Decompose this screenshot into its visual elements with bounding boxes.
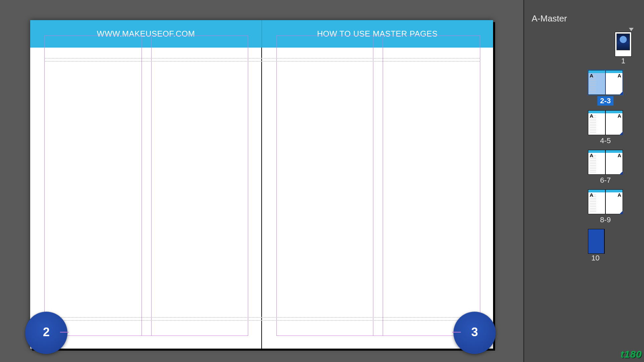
guide-tick	[452, 332, 461, 333]
baseline-guide-bottom-b	[44, 320, 480, 321]
baseline-guide-bottom-a	[44, 317, 480, 318]
page-corner-icon	[620, 92, 623, 95]
page-label-selected: 2-3	[597, 96, 613, 106]
pages-thumbnail-list[interactable]: 1 A A 2-3	[524, 32, 644, 362]
baseline-guide-top-a	[44, 58, 480, 59]
master-page-name[interactable]: A-Master	[532, 13, 567, 24]
spread-4-5[interactable]: A A	[588, 110, 623, 135]
page-corner-icon	[620, 171, 623, 175]
guide-tick	[60, 332, 69, 333]
section-marker-icon	[629, 28, 634, 31]
page-corner-icon	[620, 132, 623, 135]
spine-guide	[261, 48, 262, 349]
spread-8-9[interactable]: A A	[588, 189, 623, 214]
page-label: 8-9	[588, 216, 623, 224]
page-label: 4-5	[588, 136, 623, 145]
spread-6-7[interactable]: A A	[588, 150, 623, 175]
page-thumb-4-5[interactable]: A A 4-5	[575, 110, 644, 145]
page-corner-icon	[620, 211, 623, 214]
page-label: 1	[615, 57, 632, 65]
page-thumb-2-3[interactable]: A A 2-3	[575, 70, 644, 106]
left-page-number-badge: 2	[25, 312, 67, 354]
thumb-page-4[interactable]: A	[588, 110, 605, 135]
watermark-logo: t180	[621, 349, 642, 360]
right-page-number-badge: 3	[453, 312, 496, 354]
applied-master-letter: A	[590, 73, 593, 78]
spine-guide-top	[262, 20, 262, 48]
thumb-page-3[interactable]: A	[605, 70, 623, 95]
page-thumb-6-7[interactable]: A A 6-7	[575, 150, 644, 185]
thumb-page-10[interactable]	[588, 229, 605, 254]
baseline-guide-top-b	[44, 61, 480, 62]
thumb-page-9[interactable]: A	[605, 189, 623, 214]
page-thumb-1[interactable]: 1	[575, 32, 644, 65]
left-page-number: 2	[43, 325, 50, 339]
applied-master-letter: A	[618, 113, 621, 119]
applied-master-letter: A	[590, 153, 593, 158]
page-label: 6-7	[588, 176, 623, 185]
right-page-column-guide	[373, 36, 383, 336]
document-spread[interactable]: WWW.MAKEUSEOF.COM HOW TO USE MASTER PAGE…	[30, 20, 493, 349]
left-page-column-guide	[142, 36, 152, 336]
thumb-page-8[interactable]: A	[588, 189, 605, 214]
applied-master-letter: A	[618, 73, 621, 78]
thumb-page-7[interactable]: A	[605, 150, 623, 175]
applied-master-letter: A	[618, 192, 621, 198]
pages-panel[interactable]: A-Master 1 A A	[523, 0, 644, 362]
page-thumb-8-9[interactable]: A A 8-9	[575, 189, 644, 224]
thumb-page-1[interactable]	[615, 32, 632, 57]
thumb-content-preview	[616, 34, 630, 50]
applied-master-letter: A	[590, 113, 593, 119]
applied-master-letter: A	[618, 153, 621, 158]
right-page-number: 3	[471, 325, 478, 339]
page-label: 10	[588, 254, 605, 262]
page-label: 2-3	[588, 96, 623, 106]
page-thumb-10[interactable]: 10	[575, 229, 644, 262]
thumb-page-6[interactable]: A	[588, 150, 605, 175]
spread-2-3[interactable]: A A	[588, 70, 623, 95]
thumb-page-2[interactable]: A	[588, 70, 605, 95]
applied-master-letter: A	[590, 192, 593, 198]
thumb-page-5[interactable]: A	[605, 110, 623, 135]
